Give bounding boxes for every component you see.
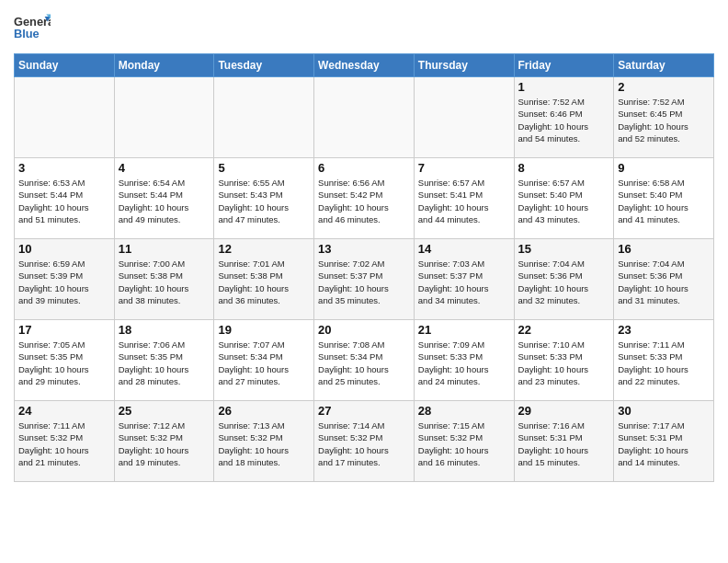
day-info: Sunrise: 7:11 AM Sunset: 5:33 PM Dayligh… xyxy=(618,339,710,387)
calendar-day-cell: 18Sunrise: 7:06 AM Sunset: 5:35 PM Dayli… xyxy=(114,320,214,401)
day-info: Sunrise: 7:52 AM Sunset: 6:46 PM Dayligh… xyxy=(518,96,610,144)
calendar-day-cell: 16Sunrise: 7:04 AM Sunset: 5:36 PM Dayli… xyxy=(614,239,714,320)
day-info: Sunrise: 6:57 AM Sunset: 5:41 PM Dayligh… xyxy=(418,177,510,225)
day-number: 15 xyxy=(518,242,610,256)
day-number: 29 xyxy=(518,404,610,418)
day-info: Sunrise: 7:02 AM Sunset: 5:37 PM Dayligh… xyxy=(318,258,410,306)
day-info: Sunrise: 7:03 AM Sunset: 5:37 PM Dayligh… xyxy=(418,258,510,306)
day-number: 21 xyxy=(418,323,510,337)
day-info: Sunrise: 7:06 AM Sunset: 5:35 PM Dayligh… xyxy=(119,339,210,387)
calendar-table: SundayMondayTuesdayWednesdayThursdayFrid… xyxy=(14,53,714,482)
calendar-day-cell: 24Sunrise: 7:11 AM Sunset: 5:32 PM Dayli… xyxy=(15,401,115,482)
day-info: Sunrise: 7:05 AM Sunset: 5:35 PM Dayligh… xyxy=(18,339,110,387)
day-info: Sunrise: 7:04 AM Sunset: 5:36 PM Dayligh… xyxy=(618,258,710,306)
day-info: Sunrise: 6:58 AM Sunset: 5:40 PM Dayligh… xyxy=(618,177,710,225)
calendar-day-cell: 30Sunrise: 7:17 AM Sunset: 5:31 PM Dayli… xyxy=(614,401,714,482)
day-number: 14 xyxy=(418,242,510,256)
calendar-day-cell: 7Sunrise: 6:57 AM Sunset: 5:41 PM Daylig… xyxy=(414,158,514,239)
calendar-day-cell: 27Sunrise: 7:14 AM Sunset: 5:32 PM Dayli… xyxy=(314,401,415,482)
calendar-day-cell xyxy=(15,77,115,158)
calendar-week-row: 1Sunrise: 7:52 AM Sunset: 6:46 PM Daylig… xyxy=(15,77,714,158)
calendar-day-cell: 4Sunrise: 6:54 AM Sunset: 5:44 PM Daylig… xyxy=(114,158,214,239)
day-info: Sunrise: 6:55 AM Sunset: 5:43 PM Dayligh… xyxy=(218,177,310,225)
day-info: Sunrise: 6:54 AM Sunset: 5:44 PM Dayligh… xyxy=(119,177,210,225)
calendar-day-cell: 19Sunrise: 7:07 AM Sunset: 5:34 PM Dayli… xyxy=(214,320,314,401)
calendar-week-row: 3Sunrise: 6:53 AM Sunset: 5:44 PM Daylig… xyxy=(15,158,714,239)
calendar-day-cell: 13Sunrise: 7:02 AM Sunset: 5:37 PM Dayli… xyxy=(314,239,415,320)
day-info: Sunrise: 7:09 AM Sunset: 5:33 PM Dayligh… xyxy=(418,339,510,387)
header: General Blue xyxy=(14,9,714,46)
day-number: 4 xyxy=(119,161,210,175)
calendar-day-cell xyxy=(114,77,214,158)
day-number: 12 xyxy=(218,242,310,256)
calendar-day-header: Saturday xyxy=(614,54,714,77)
calendar-day-cell: 28Sunrise: 7:15 AM Sunset: 5:32 PM Dayli… xyxy=(414,401,514,482)
calendar-day-cell: 8Sunrise: 6:57 AM Sunset: 5:40 PM Daylig… xyxy=(514,158,614,239)
calendar-week-row: 24Sunrise: 7:11 AM Sunset: 5:32 PM Dayli… xyxy=(15,401,714,482)
day-info: Sunrise: 7:01 AM Sunset: 5:38 PM Dayligh… xyxy=(218,258,310,306)
day-info: Sunrise: 7:07 AM Sunset: 5:34 PM Dayligh… xyxy=(218,339,310,387)
logo: General Blue xyxy=(14,9,51,46)
calendar-day-cell: 9Sunrise: 6:58 AM Sunset: 5:40 PM Daylig… xyxy=(614,158,714,239)
day-info: Sunrise: 7:08 AM Sunset: 5:34 PM Dayligh… xyxy=(318,339,410,387)
logo-icon: General Blue xyxy=(14,9,51,46)
day-info: Sunrise: 7:12 AM Sunset: 5:32 PM Dayligh… xyxy=(119,419,210,468)
day-info: Sunrise: 7:14 AM Sunset: 5:32 PM Dayligh… xyxy=(318,419,410,468)
calendar-day-cell xyxy=(314,77,415,158)
calendar-day-cell: 1Sunrise: 7:52 AM Sunset: 6:46 PM Daylig… xyxy=(514,77,614,158)
day-number: 9 xyxy=(618,161,710,175)
calendar-day-header: Sunday xyxy=(15,54,115,77)
calendar-day-cell: 15Sunrise: 7:04 AM Sunset: 5:36 PM Dayli… xyxy=(514,239,614,320)
calendar-day-cell: 29Sunrise: 7:16 AM Sunset: 5:31 PM Dayli… xyxy=(514,401,614,482)
day-number: 20 xyxy=(318,323,410,337)
calendar-day-header: Thursday xyxy=(414,54,514,77)
day-number: 16 xyxy=(618,242,710,256)
calendar-day-header: Tuesday xyxy=(214,54,314,77)
day-number: 3 xyxy=(18,161,110,175)
day-info: Sunrise: 6:57 AM Sunset: 5:40 PM Dayligh… xyxy=(518,177,610,225)
calendar-day-header: Wednesday xyxy=(314,54,415,77)
day-number: 23 xyxy=(618,323,710,337)
calendar-day-cell xyxy=(414,77,514,158)
day-number: 13 xyxy=(318,242,410,256)
day-number: 22 xyxy=(518,323,610,337)
day-number: 24 xyxy=(18,404,110,418)
calendar-container: General Blue SundayMondayTuesdayWednesda… xyxy=(0,0,728,563)
day-info: Sunrise: 7:13 AM Sunset: 5:32 PM Dayligh… xyxy=(218,419,310,468)
day-number: 27 xyxy=(318,404,410,418)
day-number: 5 xyxy=(218,161,310,175)
day-info: Sunrise: 6:56 AM Sunset: 5:42 PM Dayligh… xyxy=(318,177,410,225)
calendar-week-row: 10Sunrise: 6:59 AM Sunset: 5:39 PM Dayli… xyxy=(15,239,714,320)
day-info: Sunrise: 6:59 AM Sunset: 5:39 PM Dayligh… xyxy=(18,258,110,306)
day-number: 18 xyxy=(119,323,210,337)
day-info: Sunrise: 7:00 AM Sunset: 5:38 PM Dayligh… xyxy=(119,258,210,306)
day-info: Sunrise: 7:16 AM Sunset: 5:31 PM Dayligh… xyxy=(518,419,610,468)
day-number: 19 xyxy=(218,323,310,337)
day-info: Sunrise: 7:10 AM Sunset: 5:33 PM Dayligh… xyxy=(518,339,610,387)
day-info: Sunrise: 6:53 AM Sunset: 5:44 PM Dayligh… xyxy=(18,177,110,225)
calendar-day-cell: 20Sunrise: 7:08 AM Sunset: 5:34 PM Dayli… xyxy=(314,320,415,401)
day-info: Sunrise: 7:15 AM Sunset: 5:32 PM Dayligh… xyxy=(418,419,510,468)
calendar-day-cell: 11Sunrise: 7:00 AM Sunset: 5:38 PM Dayli… xyxy=(114,239,214,320)
day-info: Sunrise: 7:17 AM Sunset: 5:31 PM Dayligh… xyxy=(618,419,710,468)
day-number: 8 xyxy=(518,161,610,175)
day-number: 25 xyxy=(119,404,210,418)
calendar-day-cell: 23Sunrise: 7:11 AM Sunset: 5:33 PM Dayli… xyxy=(614,320,714,401)
calendar-day-cell: 6Sunrise: 6:56 AM Sunset: 5:42 PM Daylig… xyxy=(314,158,415,239)
day-info: Sunrise: 7:04 AM Sunset: 5:36 PM Dayligh… xyxy=(518,258,610,306)
day-info: Sunrise: 7:52 AM Sunset: 6:45 PM Dayligh… xyxy=(618,96,710,144)
calendar-day-cell xyxy=(214,77,314,158)
day-number: 30 xyxy=(618,404,710,418)
calendar-day-cell: 3Sunrise: 6:53 AM Sunset: 5:44 PM Daylig… xyxy=(15,158,115,239)
day-number: 11 xyxy=(119,242,210,256)
day-number: 17 xyxy=(18,323,110,337)
day-number: 28 xyxy=(418,404,510,418)
calendar-day-header: Monday xyxy=(114,54,214,77)
calendar-week-row: 17Sunrise: 7:05 AM Sunset: 5:35 PM Dayli… xyxy=(15,320,714,401)
calendar-day-cell: 17Sunrise: 7:05 AM Sunset: 5:35 PM Dayli… xyxy=(15,320,115,401)
calendar-day-cell: 5Sunrise: 6:55 AM Sunset: 5:43 PM Daylig… xyxy=(214,158,314,239)
calendar-day-cell: 10Sunrise: 6:59 AM Sunset: 5:39 PM Dayli… xyxy=(15,239,115,320)
calendar-day-cell: 14Sunrise: 7:03 AM Sunset: 5:37 PM Dayli… xyxy=(414,239,514,320)
day-number: 6 xyxy=(318,161,410,175)
calendar-day-cell: 21Sunrise: 7:09 AM Sunset: 5:33 PM Dayli… xyxy=(414,320,514,401)
